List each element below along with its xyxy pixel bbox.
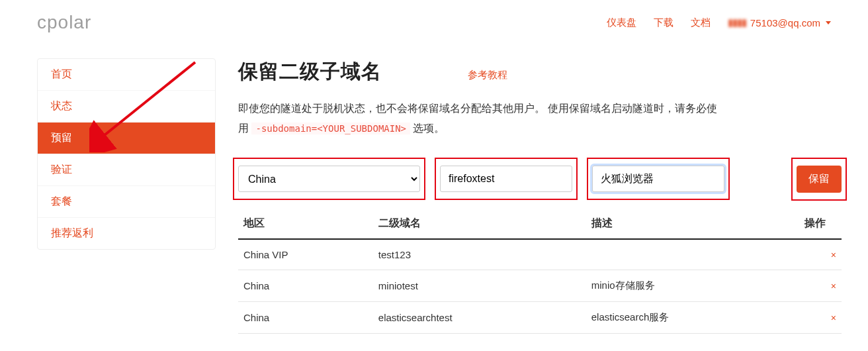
user-email-suffix: 75103@qq.com bbox=[750, 17, 820, 28]
sidebar-item-verify[interactable]: 验证 bbox=[38, 154, 215, 186]
sidebar-item-referral[interactable]: 推荐返利 bbox=[38, 218, 215, 249]
th-action: 操作 bbox=[799, 209, 842, 239]
sidebar-item-home[interactable]: 首页 bbox=[38, 59, 215, 91]
cell-region: China bbox=[238, 270, 373, 301]
logo[interactable]: cpolar bbox=[37, 12, 91, 33]
cell-subdomain: elasticsearchtest bbox=[373, 301, 586, 333]
sidebar-item-label: 首页 bbox=[51, 68, 72, 79]
desc-text-2: 选项。 bbox=[410, 123, 445, 134]
sidebar-item-label: 状态 bbox=[51, 100, 72, 111]
cell-description bbox=[586, 239, 799, 270]
table-row: China miniotest minio存储服务 × bbox=[238, 270, 842, 301]
reserved-domains-table: 地区 二级域名 描述 操作 China VIP test123 × China bbox=[238, 209, 842, 334]
user-email-obscured: ▮▮▮▮ bbox=[728, 17, 746, 28]
desc-code-snippet: -subdomain=<YOUR_SUBDOMAIN> bbox=[251, 123, 410, 134]
th-subdomain: 二级域名 bbox=[373, 209, 586, 239]
top-nav: 仪表盘 下载 文档 ▮▮▮▮75103@qq.com bbox=[607, 17, 831, 29]
user-menu[interactable]: ▮▮▮▮75103@qq.com bbox=[728, 17, 831, 28]
chevron-down-icon bbox=[826, 21, 831, 25]
save-button[interactable]: 保留 bbox=[797, 166, 842, 193]
th-description: 描述 bbox=[586, 209, 799, 239]
region-select[interactable]: China bbox=[238, 166, 420, 192]
table-row: China VIP test123 × bbox=[238, 239, 842, 270]
cell-subdomain: test123 bbox=[373, 239, 586, 270]
sidebar-item-plan[interactable]: 套餐 bbox=[38, 186, 215, 218]
reserve-form: China 保留 bbox=[238, 166, 842, 193]
sidebar-item-label: 推荐返利 bbox=[51, 227, 93, 238]
sidebar-item-reserve[interactable]: 预留 bbox=[38, 123, 215, 154]
sidebar-item-label: 验证 bbox=[51, 164, 72, 175]
th-region: 地区 bbox=[238, 209, 373, 239]
sidebar-item-label: 套餐 bbox=[51, 195, 72, 207]
delete-icon[interactable]: × bbox=[831, 250, 836, 260]
delete-icon[interactable]: × bbox=[831, 281, 836, 291]
cell-description: minio存储服务 bbox=[586, 270, 799, 301]
nav-docs[interactable]: 文档 bbox=[691, 17, 711, 29]
page-title: 保留二级子域名 bbox=[238, 58, 382, 85]
description-input[interactable] bbox=[592, 166, 724, 192]
sidebar-item-status[interactable]: 状态 bbox=[38, 91, 215, 123]
nav-download[interactable]: 下载 bbox=[654, 17, 673, 29]
sidebar-item-label: 预留 bbox=[51, 132, 72, 143]
subdomain-input[interactable] bbox=[440, 166, 572, 192]
cell-description: elasticsearch服务 bbox=[586, 301, 799, 333]
page-description: 即使您的隧道处于脱机状态，也不会将保留域名分配给其他用户。 使用保留域名启动隧道… bbox=[238, 99, 728, 139]
delete-icon[interactable]: × bbox=[831, 313, 836, 323]
cell-region: China VIP bbox=[238, 239, 373, 270]
cell-subdomain: miniotest bbox=[373, 270, 586, 301]
cell-region: China bbox=[238, 301, 373, 333]
nav-dashboard[interactable]: 仪表盘 bbox=[607, 17, 636, 29]
table-row: China elasticsearchtest elasticsearch服务 … bbox=[238, 301, 842, 333]
sidebar: 首页 状态 预留 验证 套餐 推荐返利 bbox=[37, 58, 216, 250]
tutorial-link[interactable]: 参考教程 bbox=[468, 69, 507, 81]
